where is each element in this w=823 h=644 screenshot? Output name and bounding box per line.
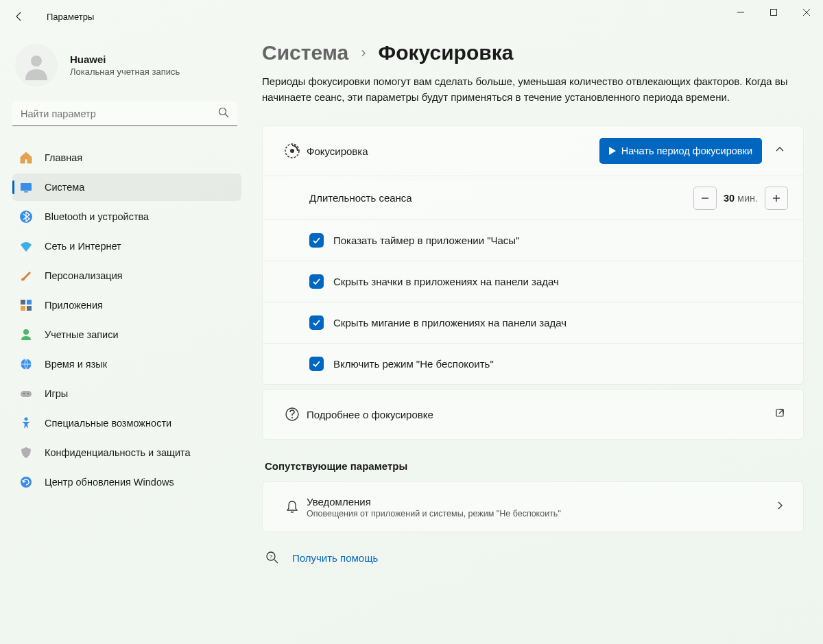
sidebar-item-personalization[interactable]: Персонализация bbox=[12, 262, 241, 289]
notifications-title: Уведомления bbox=[307, 496, 772, 508]
page-title: Фокусировка bbox=[379, 41, 514, 64]
home-icon bbox=[19, 151, 33, 165]
sidebar-item-label: Конфиденциальность и защита bbox=[45, 447, 191, 458]
duration-value: 30мин. bbox=[717, 193, 765, 204]
sidebar-item-bluetooth[interactable]: Bluetooth и устройства bbox=[12, 203, 241, 230]
svg-rect-6 bbox=[24, 191, 28, 193]
checkbox-hide-badges[interactable] bbox=[309, 274, 324, 289]
breadcrumb-parent[interactable]: Система bbox=[262, 41, 348, 64]
focus-header-row[interactable]: Фокусировка Начать период фокусировки bbox=[263, 126, 803, 176]
sidebar-item-gaming[interactable]: Игры bbox=[12, 380, 241, 407]
sidebar-item-label: Главная bbox=[45, 152, 82, 163]
svg-point-27 bbox=[291, 417, 293, 418]
checkbox-dnd[interactable] bbox=[309, 357, 324, 371]
svg-point-3 bbox=[219, 108, 226, 115]
check-row-dnd: Включить режим "Не беспокоить" bbox=[263, 343, 803, 384]
gamepad-icon bbox=[19, 387, 33, 401]
check-row-hide-flashing: Скрыть мигание в приложениях на панели з… bbox=[263, 302, 803, 343]
sidebar-item-label: Персонализация bbox=[45, 270, 123, 281]
checkbox-timer[interactable] bbox=[309, 233, 324, 248]
search-box bbox=[12, 102, 237, 126]
maximize-button[interactable] bbox=[757, 0, 790, 25]
sidebar-item-privacy[interactable]: Конфиденциальность и защита bbox=[12, 439, 241, 466]
sidebar-item-label: Система bbox=[45, 182, 84, 193]
svg-point-2 bbox=[31, 56, 42, 67]
bluetooth-icon bbox=[19, 210, 33, 224]
svg-rect-9 bbox=[27, 300, 32, 305]
duration-stepper: 30мин. bbox=[693, 187, 788, 210]
shield-icon bbox=[19, 446, 33, 460]
start-focus-button[interactable]: Начать период фокусировки bbox=[599, 138, 762, 164]
chevron-up-icon[interactable] bbox=[772, 145, 788, 157]
sidebar-item-label: Приложения bbox=[45, 300, 103, 311]
sidebar-item-update[interactable]: Центр обновления Windows bbox=[12, 468, 241, 496]
svg-rect-11 bbox=[27, 306, 32, 311]
check-row-hide-badges: Скрыть значки в приложениях на панели за… bbox=[263, 261, 803, 302]
learn-more-card[interactable]: Подробнее о фокусировке bbox=[262, 389, 804, 440]
focus-title: Фокусировка bbox=[307, 145, 599, 157]
start-focus-label: Начать период фокусировки bbox=[621, 145, 752, 156]
sidebar-item-network[interactable]: Сеть и Интернет bbox=[12, 232, 241, 260]
svg-rect-8 bbox=[21, 300, 25, 305]
breadcrumb: Система › Фокусировка bbox=[262, 41, 804, 64]
sidebar-item-label: Учетные записи bbox=[45, 329, 119, 340]
globe-clock-icon bbox=[19, 357, 33, 371]
user-block[interactable]: Huawei Локальная учетная запись bbox=[12, 44, 241, 86]
svg-point-22 bbox=[290, 149, 294, 153]
user-name: Huawei bbox=[70, 53, 180, 65]
notifications-card[interactable]: Уведомления Оповещения от приложений и с… bbox=[262, 481, 804, 532]
decrement-button[interactable] bbox=[693, 187, 717, 210]
window-controls bbox=[724, 0, 823, 33]
sidebar-item-label: Bluetooth и устройства bbox=[45, 211, 149, 222]
checkbox-hide-flashing[interactable] bbox=[309, 315, 324, 330]
accessibility-icon bbox=[19, 416, 33, 430]
play-icon bbox=[609, 147, 616, 155]
sidebar-item-label: Время и язык bbox=[45, 359, 107, 370]
system-icon bbox=[19, 180, 33, 194]
learn-more-label: Подробнее о фокусировке bbox=[307, 409, 772, 420]
sidebar-item-system[interactable]: Система bbox=[12, 174, 241, 201]
back-button[interactable] bbox=[14, 11, 25, 22]
update-icon bbox=[19, 475, 33, 489]
check-label: Скрыть значки в приложениях на панели за… bbox=[333, 276, 559, 287]
sidebar-item-accounts[interactable]: Учетные записи bbox=[12, 321, 241, 348]
svg-rect-16 bbox=[21, 391, 32, 397]
sidebar-item-home[interactable]: Главная bbox=[12, 144, 241, 171]
focus-card: Фокусировка Начать период фокусировки Дл… bbox=[262, 126, 804, 385]
close-button[interactable] bbox=[790, 0, 823, 25]
svg-rect-10 bbox=[21, 306, 25, 311]
sidebar-item-apps[interactable]: Приложения bbox=[12, 291, 241, 319]
get-help-link[interactable]: ? Получить помощь bbox=[262, 550, 804, 565]
svg-point-20 bbox=[21, 477, 32, 488]
search-input[interactable] bbox=[12, 102, 237, 126]
focus-icon bbox=[278, 143, 307, 159]
check-label: Скрыть мигание в приложениях на панели з… bbox=[333, 317, 566, 329]
minimize-button[interactable] bbox=[724, 0, 757, 25]
sidebar-item-timelang[interactable]: Время и язык bbox=[12, 350, 241, 378]
user-sub: Локальная учетная запись bbox=[70, 67, 180, 77]
check-row-timer: Показать таймер в приложении "Часы" bbox=[263, 219, 803, 261]
svg-point-18 bbox=[27, 393, 29, 394]
app-title: Параметры bbox=[47, 12, 94, 22]
svg-rect-1 bbox=[771, 10, 777, 16]
sidebar-item-label: Центр обновления Windows bbox=[45, 477, 174, 488]
notifications-sub: Оповещения от приложений и системы, режи… bbox=[307, 509, 772, 518]
svg-rect-5 bbox=[21, 183, 32, 191]
page-description: Периоды фокусировки помогут вам сделать … bbox=[262, 74, 797, 105]
chevron-right-icon bbox=[772, 501, 788, 513]
person-icon bbox=[19, 328, 33, 342]
sidebar: Huawei Локальная учетная запись Главная … bbox=[0, 33, 250, 644]
sidebar-item-accessibility[interactable]: Специальные возможности bbox=[12, 409, 241, 437]
sidebar-item-label: Специальные возможности bbox=[45, 418, 171, 429]
duration-label: Длительность сеанса bbox=[309, 192, 693, 204]
svg-point-19 bbox=[25, 418, 28, 421]
svg-point-12 bbox=[23, 329, 29, 335]
brush-icon bbox=[19, 269, 33, 283]
sidebar-item-label: Сеть и Интернет bbox=[45, 241, 121, 252]
increment-button[interactable] bbox=[765, 187, 788, 210]
sidebar-item-label: Игры bbox=[45, 388, 68, 399]
avatar bbox=[15, 44, 58, 86]
chevron-right-icon: › bbox=[361, 44, 366, 62]
check-label: Показать таймер в приложении "Часы" bbox=[333, 235, 519, 246]
svg-line-31 bbox=[274, 560, 278, 563]
